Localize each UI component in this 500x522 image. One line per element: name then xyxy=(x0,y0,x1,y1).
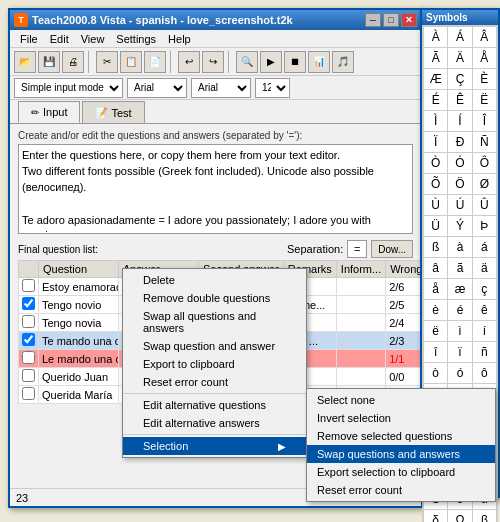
ctx-edit-alt-a[interactable]: Edit alternative answers xyxy=(123,414,306,432)
sym-btn[interactable]: Ê xyxy=(448,90,471,110)
cut-button[interactable]: ✂ xyxy=(96,51,118,73)
sym-btn[interactable]: Ý xyxy=(448,216,471,236)
ctx-edit-alt-q[interactable]: Edit alternative questions xyxy=(123,396,306,414)
sym-btn[interactable]: Ø xyxy=(473,174,496,194)
redo-button[interactable]: ↪ xyxy=(202,51,224,73)
sub-invert[interactable]: Invert selection xyxy=(307,409,495,427)
sym-btn[interactable]: Å xyxy=(473,48,496,68)
tab-test[interactable]: 📝 Test xyxy=(82,101,144,123)
sym-btn[interactable]: å xyxy=(424,279,447,299)
tab-input[interactable]: ✏ Input xyxy=(18,101,80,123)
sym-btn[interactable]: Â xyxy=(473,27,496,47)
sym-btn[interactable]: ñ xyxy=(473,342,496,362)
row-checkbox[interactable] xyxy=(22,297,35,310)
sym-btn[interactable]: À xyxy=(424,27,447,47)
ctx-swap-all[interactable]: Swap all questions and answers xyxy=(123,307,306,337)
ctx-selection[interactable]: Selection ▶ xyxy=(123,437,306,455)
sym-btn[interactable]: í xyxy=(473,321,496,341)
ctx-export[interactable]: Export to clipboard xyxy=(123,355,306,373)
sym-btn[interactable]: Ã xyxy=(424,48,447,68)
sym-btn[interactable]: ê xyxy=(473,300,496,320)
stop-button[interactable]: ⏹ xyxy=(284,51,306,73)
sym-btn[interactable]: é xyxy=(448,300,471,320)
sym-btn[interactable]: Î xyxy=(473,111,496,131)
sym-btn[interactable]: á xyxy=(473,237,496,257)
sound-button[interactable]: 🎵 xyxy=(332,51,354,73)
sym-btn[interactable]: É xyxy=(424,90,447,110)
row-checkbox[interactable] xyxy=(22,351,35,364)
undo-button[interactable]: ↩ xyxy=(178,51,200,73)
sym-btn[interactable]: δ xyxy=(424,510,447,522)
ctx-reset-error[interactable]: Reset error count xyxy=(123,373,306,391)
ctx-swap-one[interactable]: Swap question and answer xyxy=(123,337,306,355)
sym-btn[interactable]: ë xyxy=(424,321,447,341)
text-editor[interactable]: Enter the questions here, or copy them h… xyxy=(18,144,413,234)
sym-btn[interactable]: Ð xyxy=(448,132,471,152)
sym-btn[interactable]: Ω xyxy=(448,510,471,522)
save-button[interactable]: 💾 xyxy=(38,51,60,73)
sym-btn[interactable]: ô xyxy=(473,363,496,383)
sym-btn[interactable]: β xyxy=(473,510,496,522)
font1-dropdown[interactable]: Arial xyxy=(127,78,187,98)
menu-help[interactable]: Help xyxy=(162,31,197,47)
menu-file[interactable]: File xyxy=(14,31,44,47)
sym-btn[interactable]: Í xyxy=(448,111,471,131)
sub-swap-qa[interactable]: Swap questions and answers xyxy=(307,445,495,463)
ctx-delete[interactable]: Delete xyxy=(123,271,306,289)
down-button[interactable]: Dow... xyxy=(371,240,413,258)
sym-btn[interactable]: ç xyxy=(473,279,496,299)
sym-btn[interactable]: Ú xyxy=(448,195,471,215)
sym-btn[interactable]: ä xyxy=(473,258,496,278)
sym-btn[interactable]: ó xyxy=(448,363,471,383)
sym-btn[interactable]: Þ xyxy=(473,216,496,236)
row-checkbox[interactable] xyxy=(22,279,35,292)
sym-btn[interactable]: Ù xyxy=(424,195,447,215)
find-button[interactable]: 🔍 xyxy=(236,51,258,73)
play-button[interactable]: ▶ xyxy=(260,51,282,73)
sym-btn[interactable]: ß xyxy=(424,237,447,257)
mode-dropdown[interactable]: Simple input mode xyxy=(14,78,123,98)
menu-settings[interactable]: Settings xyxy=(110,31,162,47)
sym-btn[interactable]: Æ xyxy=(424,69,447,89)
row-checkbox[interactable] xyxy=(22,369,35,382)
row-checkbox[interactable] xyxy=(22,333,35,346)
menu-edit[interactable]: Edit xyxy=(44,31,75,47)
sym-btn[interactable]: à xyxy=(448,237,471,257)
copy-button[interactable]: 📋 xyxy=(120,51,142,73)
sym-btn[interactable]: Ü xyxy=(424,216,447,236)
open-button[interactable]: 📂 xyxy=(14,51,36,73)
sub-export-sel[interactable]: Export selection to clipboard xyxy=(307,463,495,481)
separation-input[interactable] xyxy=(347,240,367,258)
ctx-remove-double[interactable]: Remove double questions xyxy=(123,289,306,307)
sub-select-none[interactable]: Select none xyxy=(307,391,495,409)
row-checkbox[interactable] xyxy=(22,315,35,328)
print-button[interactable]: 🖨 xyxy=(62,51,84,73)
minimize-button[interactable]: ─ xyxy=(365,13,381,27)
sym-btn[interactable]: Õ xyxy=(424,174,447,194)
sym-btn[interactable]: Ë xyxy=(473,90,496,110)
sym-btn[interactable]: Ï xyxy=(424,132,447,152)
fontsize-dropdown[interactable]: 12 xyxy=(255,78,290,98)
sym-btn[interactable]: è xyxy=(424,300,447,320)
chart-button[interactable]: 📊 xyxy=(308,51,330,73)
sym-btn[interactable]: ï xyxy=(448,342,471,362)
sym-btn[interactable]: Û xyxy=(473,195,496,215)
sym-btn[interactable]: î xyxy=(424,342,447,362)
sym-btn[interactable]: ã xyxy=(448,258,471,278)
sym-btn[interactable]: È xyxy=(473,69,496,89)
sub-remove-selected[interactable]: Remove selected questions xyxy=(307,427,495,445)
sym-btn[interactable]: Ñ xyxy=(473,132,496,152)
sym-btn[interactable]: Ô xyxy=(473,153,496,173)
sym-btn[interactable]: Ó xyxy=(448,153,471,173)
sym-btn[interactable]: ò xyxy=(424,363,447,383)
sym-btn[interactable]: Ì xyxy=(424,111,447,131)
sym-btn[interactable]: ì xyxy=(448,321,471,341)
paste-button[interactable]: 📄 xyxy=(144,51,166,73)
close-button[interactable]: ✕ xyxy=(401,13,417,27)
maximize-button[interactable]: □ xyxy=(383,13,399,27)
sym-btn[interactable]: Ö xyxy=(448,174,471,194)
sym-btn[interactable]: Ç xyxy=(448,69,471,89)
sym-btn[interactable]: Á xyxy=(448,27,471,47)
sym-btn[interactable]: Ä xyxy=(448,48,471,68)
font2-dropdown[interactable]: Arial xyxy=(191,78,251,98)
